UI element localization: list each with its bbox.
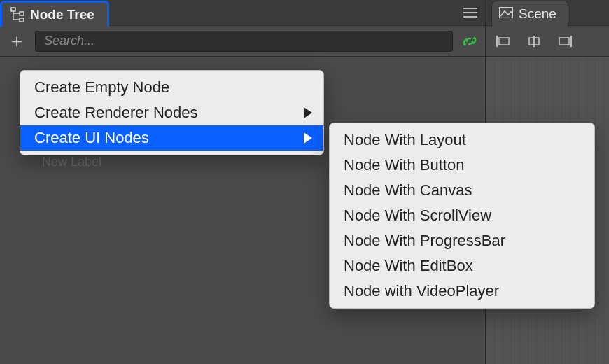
submenu-item-editbox[interactable]: Node With EditBox <box>330 253 594 279</box>
svg-rect-2 <box>20 18 24 22</box>
menu-item-label: Create Renderer Nodes <box>34 104 198 122</box>
menu-item-label: Node With Canvas <box>344 181 472 200</box>
context-menu-ui-nodes: Node With Layout Node With Button Node W… <box>329 122 595 309</box>
node-tree-tab[interactable]: Node Tree <box>0 1 109 27</box>
svg-rect-1 <box>20 12 24 15</box>
svg-rect-8 <box>499 38 509 45</box>
node-tree-tab-title: Node Tree <box>30 7 94 22</box>
menu-item-label: Node With Button <box>344 156 464 174</box>
svg-rect-12 <box>559 38 569 45</box>
svg-rect-11 <box>570 36 572 47</box>
submenu-item-progressbar[interactable]: Node With ProgressBar <box>330 228 594 253</box>
svg-rect-5 <box>463 16 477 18</box>
menu-item-label: Node With ProgressBar <box>344 232 505 250</box>
search-input[interactable] <box>35 31 453 52</box>
align-center-icon[interactable] <box>524 31 545 52</box>
menu-item-label: Node with VideoPlayer <box>344 282 499 300</box>
svg-rect-4 <box>463 12 477 13</box>
node-tree-toolbar: ＋ <box>0 26 485 57</box>
submenu-item-scrollview[interactable]: Node With ScrollView <box>330 203 594 228</box>
link-icon[interactable] <box>460 31 479 51</box>
menu-item-label: Create UI Nodes <box>34 129 149 147</box>
align-right-icon[interactable] <box>554 31 575 52</box>
scene-tabbar: Scene <box>486 0 609 26</box>
submenu-item-canvas[interactable]: Node With Canvas <box>330 178 594 203</box>
submenu-item-layout[interactable]: Node With Layout <box>330 127 594 153</box>
menu-item-create-renderer-nodes[interactable]: Create Renderer Nodes <box>20 100 323 125</box>
submenu-item-button[interactable]: Node With Button <box>330 153 594 178</box>
svg-rect-0 <box>11 8 15 11</box>
menu-item-label: Node With EditBox <box>344 257 473 275</box>
menu-item-label: Node With ScrollView <box>344 206 491 225</box>
submenu-item-videoplayer[interactable]: Node with VideoPlayer <box>330 279 594 304</box>
menu-item-label: Node With Layout <box>344 131 466 149</box>
tree-icon <box>10 7 24 22</box>
menu-item-create-empty-node[interactable]: Create Empty Node <box>20 75 323 100</box>
context-menu-create: Create Empty Node Create Renderer Nodes … <box>20 70 324 155</box>
node-tree-tabbar: Node Tree <box>0 0 485 26</box>
workspace: Node Tree ＋ New Label <box>0 0 609 364</box>
scene-tab-title: Scene <box>519 6 556 22</box>
scene-tab[interactable]: Scene <box>491 1 568 27</box>
image-icon <box>499 7 513 21</box>
menu-item-create-ui-nodes[interactable]: Create UI Nodes <box>20 125 323 150</box>
menu-item-label: Create Empty Node <box>34 78 169 97</box>
panel-menu-button[interactable] <box>461 4 479 22</box>
scene-toolbar <box>486 26 609 57</box>
add-node-button[interactable]: ＋ <box>6 30 28 52</box>
ghost-list-item: New Label <box>42 155 102 169</box>
align-left-icon[interactable] <box>493 31 514 52</box>
svg-rect-3 <box>463 8 477 9</box>
svg-rect-7 <box>496 36 498 47</box>
